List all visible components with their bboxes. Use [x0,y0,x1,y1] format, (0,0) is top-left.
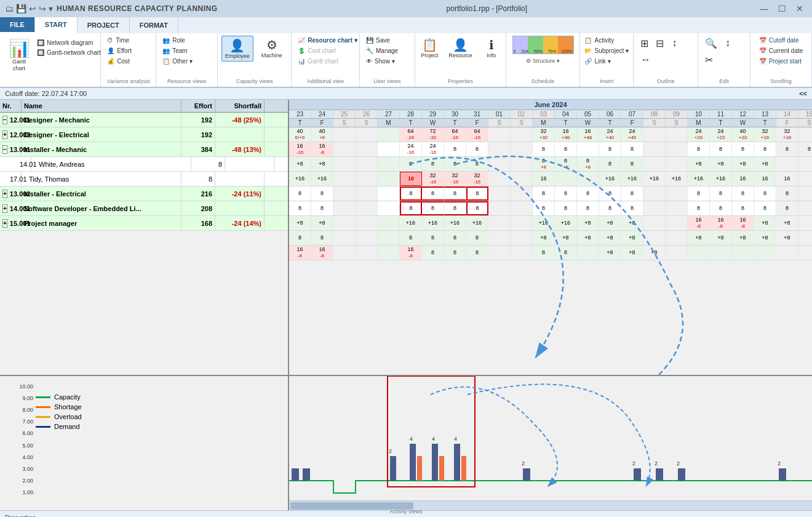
day-cell: 24 [311,110,333,118]
btn-effort[interactable]: 👤 Effort [105,46,152,55]
data-cell [356,246,378,260]
bar-demand [634,468,641,481]
btn-cutoff-date[interactable]: 📅 Cutoff date [757,36,806,45]
expand-btn[interactable]: + [2,219,7,228]
tab-file[interactable]: FILE [0,17,35,33]
data-cell [378,216,400,230]
btn-gantt-chart[interactable]: 📊 Ganttchart [4,36,34,74]
btn-info[interactable]: ℹ Info [478,36,505,60]
expand-btn[interactable]: − [2,145,7,154]
data-row-17-01: 8 8 8 8 8 8 8 8 8 8 8 [289,201,812,216]
data-cell [776,246,798,260]
btn-gantt-chart2[interactable]: 📊 Gantt chart [295,57,356,66]
btn-manage[interactable]: 🔧 Manage [364,46,411,55]
btn-time[interactable]: ⏱ Time [105,36,152,45]
maximize-btn[interactable]: ☐ [774,2,790,15]
data-cell: 64-16 [466,127,488,142]
arrow-left[interactable]: << [799,90,807,97]
project-start-icon: 📅 [759,58,766,65]
quick-access-more[interactable]: ▾ [49,4,53,14]
btn-save[interactable]: 💾 Save [364,36,411,45]
btn-team[interactable]: 👥 Team [160,46,213,55]
right-panel[interactable]: June 2024 23 24 25 26 27 28 29 30 31 01 [289,100,812,375]
data-cell [710,246,732,260]
btn-resource-chart[interactable]: 📈 Resource chart ▾ [295,36,356,45]
bar-demand [390,456,396,481]
btn-cost[interactable]: 💰 Cost [105,57,152,66]
btn-link[interactable]: 🔗 Link ▾ [582,57,631,66]
btn-machine[interactable]: ⚙ Machine [256,36,288,62]
bar-demand [303,468,310,481]
undo[interactable]: ↩ [29,4,36,14]
data-cell: 8 [599,142,621,156]
btn-scissors[interactable]: ✂ [702,52,716,68]
btn-subproject[interactable]: 📂 Subproject ▾ [582,46,631,55]
btn-show[interactable]: 👁 Show ▾ [364,57,411,66]
minimize-btn[interactable]: — [756,2,772,15]
btn-project-start[interactable]: 📅 Project start [757,57,806,66]
tab-project[interactable]: PROJECT [78,17,130,33]
expand-btn[interactable]: + [2,130,7,139]
btn-current-date[interactable]: 📅 Current date [757,46,806,55]
btn-role[interactable]: 👥 Role [160,36,213,45]
btn-outline2[interactable]: ⊟ [653,36,667,51]
cell-nr: +13.002 [0,186,22,201]
expand-btn[interactable]: − [2,116,7,124]
group-edit: 🔍 ↕ ✂ Edit [698,33,750,87]
day-cell: 02 [511,110,533,118]
day-letter-cell: F [621,119,643,127]
day-cell: 31 [466,110,488,118]
activity-small-btns: 🔲 Network diagram 🔲 Gantt-network chart [34,38,103,57]
btn-resource[interactable]: 👤 Resource [445,36,476,60]
scrollbar-thumb[interactable] [290,502,413,510]
data-row: 406/+6 40+6 64-24 72-32 64-16 64-16 32+3… [289,127,812,142]
btn-filter[interactable]: 🔍 [702,36,720,51]
data-cell [666,246,688,260]
schedule-btn[interactable]: ⚙ Structure ▾ [526,58,560,64]
data-cell: +8 [311,157,333,171]
close-btn[interactable]: ✕ [792,2,807,15]
data-cell [643,201,666,215]
btn-outline1[interactable]: ⊞ [637,36,651,51]
btn-outline4[interactable]: ↔ [637,52,653,67]
effort-icon: 👤 [107,47,114,54]
quick-save[interactable]: 💾 [16,4,26,14]
btn-network-diagram[interactable]: 🔲 Network diagram [34,38,103,47]
gantt-chart2-icon: 📊 [298,58,305,65]
window-controls[interactable]: — ☐ ✕ [756,2,807,15]
expand-btn[interactable]: + [2,190,7,198]
data-cell: +8 [621,231,643,245]
app-icon: 🗂 [5,4,14,14]
btn-employee[interactable]: 👤 Employee [221,36,253,62]
data-cell [488,186,511,201]
bar-label: 2 [778,460,781,467]
legend-capacity: Capacity [36,393,82,401]
expand-btn[interactable]: + [2,204,7,213]
btn-project[interactable]: 📋 Project [416,36,443,60]
data-cell [333,186,356,201]
btn-sort[interactable]: ↕ [722,36,734,51]
app-title: HUMAN RESOURCE CAPACITY PLANNING [57,4,218,13]
data-cell: 8 [555,186,577,201]
bar-shortage [417,456,422,481]
cell-name: Designer - Mechanic [22,113,181,127]
tab-start[interactable]: START [35,17,78,33]
group-additional-view: 📈 Resource chart ▾ 💲 Cost chart 📊 Gantt … [292,33,360,87]
cell-effort: 168 [181,216,215,230]
save-icon: 💾 [366,37,373,44]
btn-gantt-network[interactable]: 🔲 Gantt-network chart [34,48,103,57]
btn-activity-insert[interactable]: 📋 Activity [582,36,631,45]
data-row-13002: +8 +8 +16 +16 +16 +16 +16 +16 +8 +8 +8 [289,216,812,231]
btn-cost-chart[interactable]: 💲 Cost chart [295,46,356,55]
btn-other[interactable]: 📋 Other ▾ [160,57,213,66]
redo[interactable]: ↪ [39,4,46,14]
scrolling-btns: 📅 Cutoff date 📅 Current date 📅 Project s… [757,36,806,66]
data-cell [798,246,812,260]
tab-format[interactable]: FORMAT [130,17,178,33]
h-scrollbar[interactable] [289,500,812,510]
btn-outline3[interactable]: ↕ [668,36,680,51]
gantt-chart-label: Ganttchart [12,58,26,72]
data-row: 16-16 16-8 24-16 24-16 8 8 8 8 8 8 [289,142,812,157]
y-label-5: 5.00 [22,443,33,449]
data-cell [511,216,533,230]
